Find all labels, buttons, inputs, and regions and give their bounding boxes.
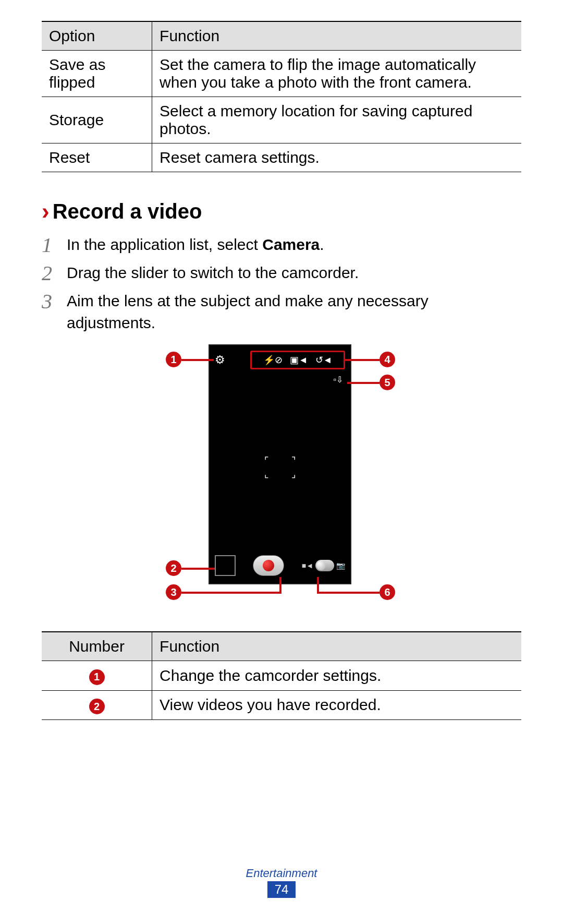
camcorder-screen: ⚙ ⚡⊘ ▣◄ ↺◄ ▫⇩ ⌜⌝⌞⌟ ■◄ 📷 bbox=[209, 344, 351, 584]
number-cell: 2 bbox=[42, 690, 152, 720]
leader-line bbox=[181, 568, 215, 570]
video-thumbnail bbox=[215, 555, 236, 576]
number-badge: 1 bbox=[89, 669, 105, 685]
leader-line bbox=[317, 592, 380, 594]
callout-2: 2 bbox=[166, 560, 181, 576]
table-row: Save as flipped Set the camera to flip t… bbox=[42, 51, 521, 97]
leader-line bbox=[279, 577, 282, 594]
switch-knob-icon bbox=[315, 560, 334, 571]
section-heading: › Record a video bbox=[42, 198, 521, 224]
callout-3: 3 bbox=[166, 584, 181, 600]
function-cell: Select a memory location for saving capt… bbox=[152, 97, 521, 143]
mode-switch: ■◄ 📷 bbox=[302, 560, 345, 571]
leader-line bbox=[181, 359, 214, 361]
leader-line bbox=[344, 359, 380, 361]
list-item: 2 Drag the slider to switch to the camco… bbox=[42, 262, 521, 285]
list-item: 3 Aim the lens at the subject and make a… bbox=[42, 290, 521, 334]
step-number: 1 bbox=[42, 234, 57, 257]
callout-1: 1 bbox=[166, 352, 181, 367]
focus-frame-icon: ⌜⌝⌞⌟ bbox=[264, 455, 296, 480]
options-header-function: Function bbox=[152, 21, 521, 51]
table-row: Reset Reset camera settings. bbox=[42, 143, 521, 172]
step-number: 2 bbox=[42, 262, 57, 285]
step-text: Aim the lens at the subject and make any… bbox=[67, 290, 521, 334]
flash-off-icon: ⚡⊘ bbox=[263, 354, 283, 366]
step-number: 3 bbox=[42, 290, 57, 334]
leader-line bbox=[317, 577, 319, 594]
function-cell: Set the camera to flip the image automat… bbox=[152, 51, 521, 97]
option-cell: Reset bbox=[42, 143, 152, 172]
camcorder-mode-icon: ■◄ bbox=[302, 561, 313, 570]
number-badge: 2 bbox=[89, 699, 105, 714]
record-dot-icon bbox=[263, 560, 274, 571]
callout-5: 5 bbox=[380, 375, 395, 390]
list-item: 1 In the application list, select Camera… bbox=[42, 234, 521, 257]
record-button bbox=[253, 555, 284, 576]
chevron-icon: › bbox=[42, 198, 50, 224]
function-cell: Reset camera settings. bbox=[152, 143, 521, 172]
leader-line bbox=[181, 592, 279, 594]
table-row: 1 Change the camcorder settings. bbox=[42, 661, 521, 691]
step-post: . bbox=[320, 236, 324, 253]
storage-icon: ▫⇩ bbox=[333, 375, 343, 385]
callout-6: 6 bbox=[380, 584, 395, 600]
step-bold: Camera bbox=[262, 236, 320, 253]
shortcut-box: ⚡⊘ ▣◄ ↺◄ bbox=[250, 351, 345, 369]
option-cell: Save as flipped bbox=[42, 51, 152, 97]
step-text: Drag the slider to switch to the camcord… bbox=[67, 262, 521, 285]
number-cell: 1 bbox=[42, 661, 152, 691]
section-title: Record a video bbox=[53, 200, 202, 223]
page-number: 74 bbox=[267, 881, 296, 898]
callout-header-function: Function bbox=[152, 632, 521, 661]
options-header-option: Option bbox=[42, 21, 152, 51]
table-row: Storage Select a memory location for sav… bbox=[42, 97, 521, 143]
switch-camera-icon: ↺◄ bbox=[315, 354, 333, 366]
callout-4: 4 bbox=[380, 352, 395, 367]
options-table: Option Function Save as flipped Set the … bbox=[42, 21, 521, 172]
callout-table: Number Function 1 Change the camcorder s… bbox=[42, 631, 521, 720]
gear-icon: ⚙ bbox=[215, 353, 225, 367]
recording-mode-icon: ▣◄ bbox=[290, 354, 308, 366]
leader-line bbox=[347, 382, 380, 384]
function-cell: View videos you have recorded. bbox=[152, 690, 521, 720]
function-cell: Change the camcorder settings. bbox=[152, 661, 521, 691]
page-footer: Entertainment 74 bbox=[0, 867, 563, 898]
footer-category: Entertainment bbox=[0, 867, 563, 880]
camcorder-figure: ⚙ ⚡⊘ ▣◄ ↺◄ ▫⇩ ⌜⌝⌞⌟ ■◄ 📷 bbox=[136, 344, 427, 616]
step-text: In the application list, select Camera. bbox=[67, 234, 521, 257]
steps-list: 1 In the application list, select Camera… bbox=[42, 234, 521, 334]
table-row: 2 View videos you have recorded. bbox=[42, 690, 521, 720]
step-pre: In the application list, select bbox=[67, 236, 262, 253]
callout-header-number: Number bbox=[42, 632, 152, 661]
option-cell: Storage bbox=[42, 97, 152, 143]
camera-mode-icon: 📷 bbox=[336, 561, 345, 570]
